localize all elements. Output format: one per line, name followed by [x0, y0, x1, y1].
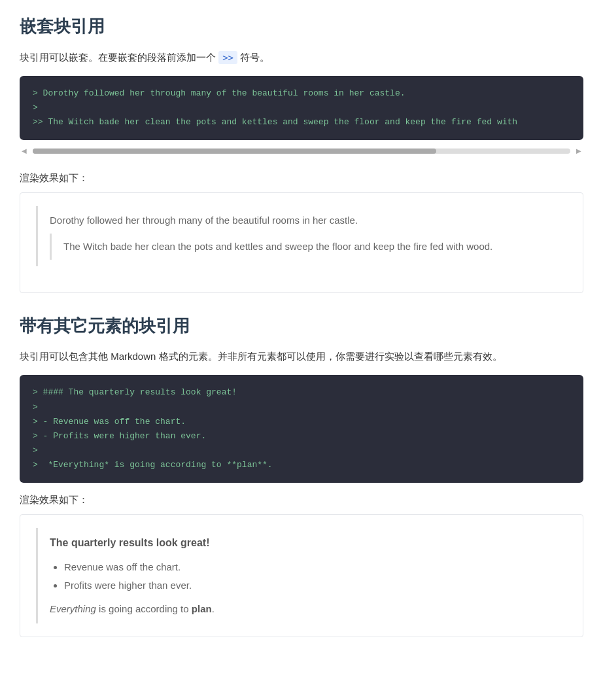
- scroll-thumb-1: [33, 149, 436, 154]
- code-content-1: > Dorothy followed her through many of t…: [20, 76, 583, 140]
- render-output-2: The quarterly results look great! Revenu…: [20, 514, 583, 637]
- code-block-1: > Dorothy followed her through many of t…: [20, 76, 583, 140]
- section-nested-blockquote: 嵌套块引用 块引用可以嵌套。在要嵌套的段落前添加一个 >> 符号。 > Doro…: [20, 13, 583, 293]
- code-symbol-1: >>: [218, 51, 237, 64]
- render-para-italic: Everything: [50, 603, 96, 614]
- blockquote-render: The quarterly results look great! Revenu…: [36, 528, 567, 623]
- code-content-2: > #### The quarterly results look great!…: [20, 375, 583, 483]
- render-para: Everything is going according to plan.: [50, 601, 567, 617]
- render-para-text: is going according to: [96, 603, 192, 614]
- list-item-revenue: Revenue was off the chart.: [64, 559, 567, 575]
- section2-title: 带有其它元素的块引用: [20, 313, 583, 340]
- render-label-1: 渲染效果如下：: [20, 170, 583, 186]
- render-output-1: Dorothy followed her through many of the…: [20, 192, 583, 293]
- inner-quote-text: The Witch bade her clean the pots and ke…: [63, 239, 567, 254]
- section1-description: 块引用可以嵌套。在要嵌套的段落前添加一个 >> 符号。: [20, 50, 583, 65]
- code-block-2: > #### The quarterly results look great!…: [20, 375, 583, 483]
- outer-blockquote: Dorothy followed her through many of the…: [36, 206, 567, 266]
- render-para-bold: plan: [192, 603, 212, 614]
- render-para-end: .: [212, 603, 215, 614]
- scroll-track-1[interactable]: [33, 149, 570, 154]
- section1-title: 嵌套块引用: [20, 13, 583, 41]
- render-label-2: 渲染效果如下：: [20, 492, 583, 508]
- scroll-left-arrow-1[interactable]: ◀: [20, 147, 29, 156]
- outer-quote-text: Dorothy followed her through many of the…: [50, 213, 567, 228]
- scroll-right-arrow-1[interactable]: ▶: [574, 147, 583, 156]
- scrollbar-1[interactable]: ◀ ▶: [20, 144, 583, 161]
- section2-description: 块引用可以包含其他 Markdown 格式的元素。并非所有元素都可以使用，你需要…: [20, 349, 583, 364]
- list-item-profits: Profits were higher than ever.: [64, 578, 567, 593]
- render-list: Revenue was off the chart. Profits were …: [50, 559, 567, 593]
- inner-blockquote: The Witch bade her clean the pots and ke…: [50, 234, 567, 260]
- render-heading: The quarterly results look great!: [50, 534, 567, 551]
- section-blockquote-elements: 带有其它元素的块引用 块引用可以包含其他 Markdown 格式的元素。并非所有…: [20, 313, 583, 637]
